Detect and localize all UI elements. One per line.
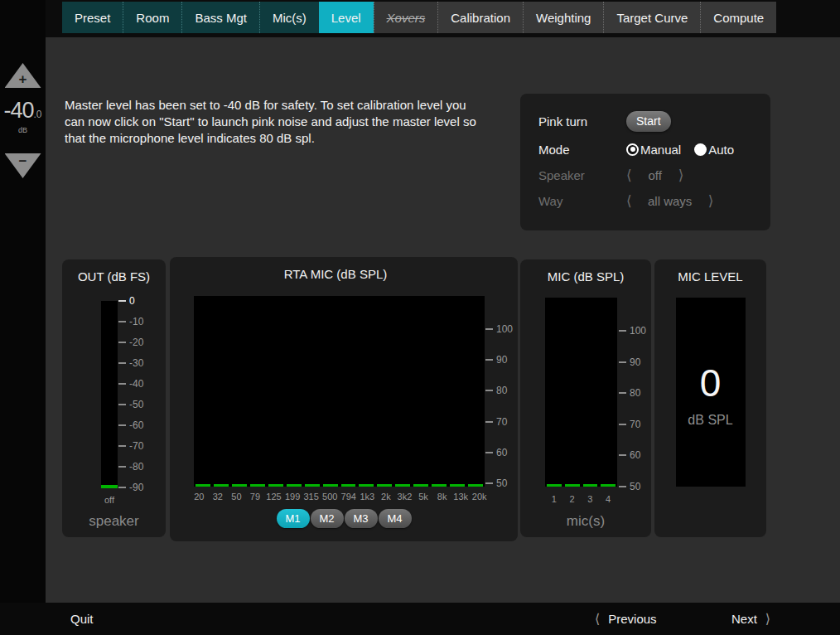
way-row: Way ⟨ all ways ⟩	[538, 190, 760, 211]
mic-spl-tick: 100	[619, 325, 646, 337]
volume-up-button[interactable]: +	[0, 63, 46, 88]
way-label: Way	[538, 194, 626, 208]
mode-label: Mode	[538, 143, 626, 157]
speaker-row: Speaker ⟨ off ⟩	[538, 164, 760, 186]
mic-level-panel: MIC LEVEL 0 dB SPL	[654, 259, 766, 537]
tab-weighting[interactable]: Weighting	[523, 2, 603, 33]
mic-spl-tick: 80	[619, 387, 640, 399]
radio-unselected-icon[interactable]	[694, 143, 707, 156]
way-prev-chevron-icon[interactable]: ⟨	[626, 192, 632, 209]
out-tick: -70	[118, 440, 143, 452]
mic-channel-axis: 12 34	[545, 494, 617, 504]
out-tick: -90	[118, 482, 143, 493]
out-tick: -60	[118, 419, 143, 431]
chevron-left-icon: ⟨	[595, 611, 600, 627]
mic-meter-area	[545, 298, 617, 487]
mic-select-m4-button[interactable]: M4	[379, 509, 412, 528]
previous-button[interactable]: ⟨ Previous	[595, 603, 657, 635]
rta-plot-area	[194, 296, 485, 487]
out-tick: -50	[118, 399, 143, 410]
out-meter-title: OUT (dB FS)	[62, 269, 166, 284]
mic-meter-title: MIC (dB SPL)	[520, 269, 651, 284]
mode-radio-group: Manual Auto	[626, 143, 734, 157]
mic-meter-panel: MIC (dB SPL) 100 90 80 70 60 50 12 34 mi…	[520, 259, 651, 537]
tab-bar: Preset Room Bass Mgt Mic(s) Level Xovers…	[62, 2, 776, 33]
rta-spl-tick: 100	[485, 323, 513, 335]
master-volume-sidebar: + -40.0 dB −	[0, 0, 46, 635]
tab-room[interactable]: Room	[123, 2, 181, 33]
chevron-right-icon: ⟩	[765, 611, 770, 627]
mic-caption: mic(s)	[520, 513, 651, 530]
rta-spl-tick: 80	[485, 385, 507, 396]
plus-icon: +	[19, 71, 27, 88]
rta-title: RTA MIC (dB SPL)	[170, 267, 501, 281]
volume-db-integer: -40	[3, 98, 33, 123]
mic-level-title: MIC LEVEL	[654, 269, 766, 284]
rta-frequency-axis: 2032 5079 125199 315500 7941k3 2k3k2 5k8…	[190, 492, 489, 502]
mic-level-unit: dB SPL	[654, 413, 766, 428]
way-next-chevron-icon[interactable]: ⟩	[708, 192, 714, 209]
radio-selected-icon[interactable]	[626, 143, 639, 156]
out-meter-panel: OUT (dB FS) 0 -10 -20 -30 -40 -50 -60 -7…	[62, 259, 166, 537]
rta-spl-tick: 60	[485, 447, 507, 458]
out-caption: speaker	[62, 513, 166, 530]
triangle-up-icon[interactable]: +	[5, 63, 41, 88]
master-volume-value: -40.0	[0, 98, 46, 124]
tab-preset[interactable]: Preset	[62, 2, 123, 33]
mic-select-m2-button[interactable]: M2	[311, 509, 344, 528]
rta-spl-tick: 90	[485, 354, 507, 366]
rta-spl-tick: 50	[485, 477, 507, 489]
tab-bass-mgt[interactable]: Bass Mgt	[181, 2, 259, 33]
volume-down-button[interactable]: −	[0, 153, 46, 178]
previous-label: Previous	[608, 612, 656, 626]
out-tick: -20	[118, 337, 143, 348]
rta-panel: RTA MIC (dB SPL) 100 90 80 70 60 50 2032…	[170, 257, 518, 541]
start-button[interactable]: Start	[626, 111, 671, 132]
tab-xovers[interactable]: Xovers	[374, 2, 438, 33]
instruction-text: Master level has been set to -40 dB for …	[65, 97, 487, 147]
mic-spl-tick: 70	[619, 419, 640, 430]
header-bar: Preset Room Bass Mgt Mic(s) Level Xovers…	[0, 0, 840, 37]
mic-spl-tick: 60	[619, 449, 640, 461]
mic-spl-tick: 90	[619, 356, 640, 368]
mode-row: Mode Manual Auto	[538, 138, 760, 160]
minus-icon: −	[19, 153, 27, 170]
pink-turn-row: Pink turn Start	[538, 110, 760, 132]
out-tick: -40	[118, 378, 143, 390]
rta-spectrum-bars	[194, 484, 485, 487]
volume-unit-label: dB	[0, 126, 46, 134]
speaker-value: off	[632, 168, 678, 182]
speaker-next-chevron-icon[interactable]: ⟩	[678, 167, 684, 183]
pink-turn-label: Pink turn	[538, 114, 626, 128]
mic-spl-tick: 50	[619, 481, 640, 492]
tab-calibration[interactable]: Calibration	[437, 2, 523, 33]
mic-select-row: M1 M2 M3 M4	[170, 509, 518, 528]
way-value: all ways	[632, 194, 708, 208]
tab-level[interactable]: Level	[319, 2, 374, 33]
mode-option-auto[interactable]: Auto	[694, 143, 734, 157]
tab-compute[interactable]: Compute	[700, 2, 776, 33]
out-tick: -10	[118, 316, 143, 327]
mic-meter-bars	[545, 484, 617, 487]
speaker-prev-chevron-icon[interactable]: ⟨	[626, 167, 632, 183]
mode-option-manual[interactable]: Manual	[626, 143, 681, 157]
out-tick: -80	[118, 461, 143, 473]
out-meter-level	[101, 485, 118, 488]
tab-target-curve[interactable]: Target Curve	[603, 2, 700, 33]
mic-level-value: 0	[654, 361, 766, 405]
mic-select-m1-button[interactable]: M1	[277, 509, 310, 528]
triangle-down-icon[interactable]: −	[5, 153, 41, 178]
speaker-label: Speaker	[538, 168, 626, 182]
footer-bar: Quit ⟨ Previous Next ⟩	[0, 603, 840, 635]
mic-select-m3-button[interactable]: M3	[345, 509, 378, 528]
mode-manual-label: Manual	[640, 143, 681, 157]
quit-button[interactable]: Quit	[70, 603, 94, 635]
tab-mics[interactable]: Mic(s)	[259, 2, 319, 33]
next-button[interactable]: Next ⟩	[731, 603, 770, 635]
rta-spl-tick: 70	[485, 416, 507, 428]
pink-noise-settings-panel: Pink turn Start Mode Manual Auto Speaker…	[520, 94, 770, 230]
next-label: Next	[731, 612, 757, 626]
volume-db-decimal: .0	[34, 109, 42, 120]
out-tick: 0	[118, 295, 135, 307]
out-tick: -30	[118, 357, 143, 369]
